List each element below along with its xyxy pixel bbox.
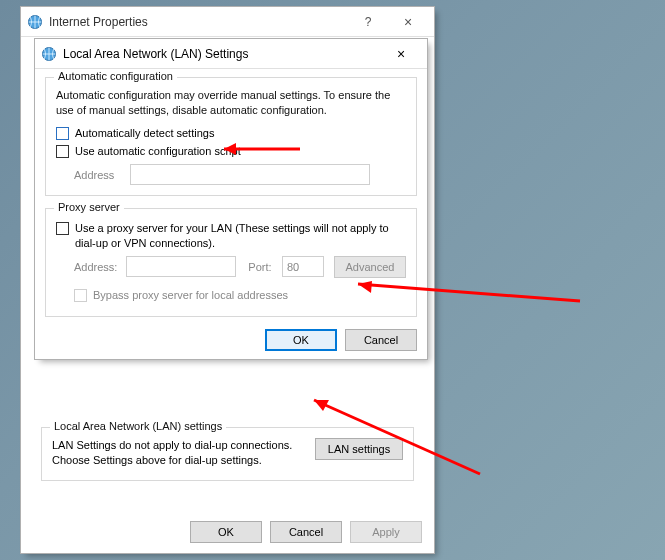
advanced-button[interactable]: Advanced	[334, 256, 406, 278]
auto-script-checkbox[interactable]	[56, 145, 69, 158]
bypass-local-checkbox[interactable]	[74, 289, 87, 302]
lan-dialog-buttons: OK Cancel	[45, 329, 417, 351]
close-button[interactable]: ×	[388, 11, 428, 33]
ok-button[interactable]: OK	[190, 521, 262, 543]
globe-icon	[41, 46, 57, 62]
globe-icon	[27, 14, 43, 30]
internet-properties-title: Internet Properties	[49, 15, 348, 29]
lan-settings-button[interactable]: LAN settings	[315, 438, 403, 460]
lan-settings-dialog: Local Area Network (LAN) Settings × Auto…	[34, 38, 428, 360]
automatic-configuration-desc: Automatic configuration may override man…	[56, 88, 406, 118]
lan-dialog-body: Automatic configuration Automatic config…	[35, 69, 427, 359]
use-proxy-label: Use a proxy server for your LAN (These s…	[75, 221, 406, 250]
auto-detect-checkbox[interactable]	[56, 127, 69, 140]
lan-dialog-title: Local Area Network (LAN) Settings	[63, 47, 381, 61]
close-button[interactable]: ×	[381, 43, 421, 65]
internet-properties-buttons: OK Cancel Apply	[21, 521, 422, 543]
cancel-button[interactable]: Cancel	[345, 329, 417, 351]
internet-properties-titlebar[interactable]: Internet Properties ? ×	[21, 7, 434, 37]
help-button[interactable]: ?	[348, 11, 388, 33]
auto-detect-label: Automatically detect settings	[75, 126, 214, 140]
lan-dialog-titlebar[interactable]: Local Area Network (LAN) Settings ×	[35, 39, 427, 69]
proxy-server-legend: Proxy server	[54, 201, 124, 213]
proxy-port-label: Port:	[248, 261, 282, 273]
ok-button[interactable]: OK	[265, 329, 337, 351]
automatic-configuration-group: Automatic configuration Automatic config…	[45, 77, 417, 196]
auto-address-label: Address	[74, 169, 130, 181]
bypass-local-label: Bypass proxy server for local addresses	[93, 288, 288, 302]
lan-settings-legend: Local Area Network (LAN) settings	[50, 420, 226, 432]
automatic-configuration-legend: Automatic configuration	[54, 70, 177, 82]
auto-script-label: Use automatic configuration script	[75, 144, 241, 158]
proxy-address-label: Address:	[74, 261, 126, 273]
lan-settings-desc: LAN Settings do not apply to dial-up con…	[52, 438, 305, 468]
apply-button[interactable]: Apply	[350, 521, 422, 543]
lan-settings-group: Local Area Network (LAN) settings LAN Se…	[41, 427, 414, 481]
proxy-server-group: Proxy server Use a proxy server for your…	[45, 208, 417, 317]
proxy-address-input[interactable]	[126, 256, 236, 277]
auto-address-input[interactable]	[130, 164, 370, 185]
proxy-port-input[interactable]	[282, 256, 324, 277]
cancel-button[interactable]: Cancel	[270, 521, 342, 543]
use-proxy-checkbox[interactable]	[56, 222, 69, 235]
